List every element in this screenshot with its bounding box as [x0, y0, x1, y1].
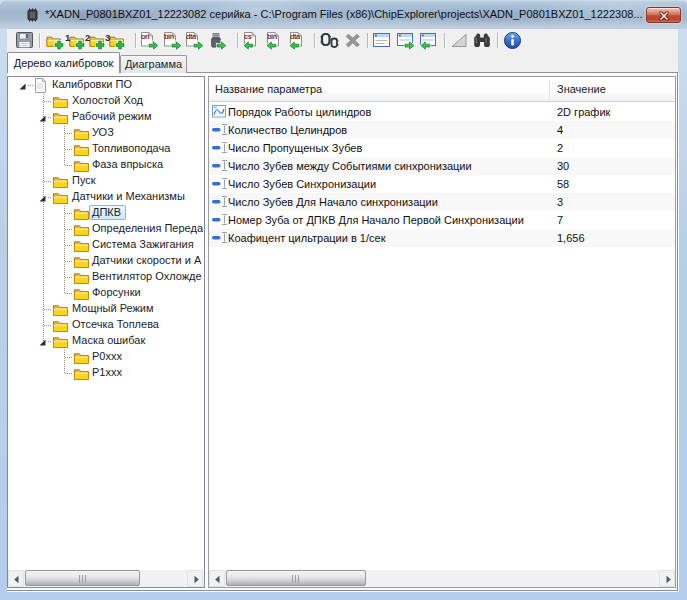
tree-item-3[interactable]: Рабочий режим [8, 109, 203, 125]
tree-item-11[interactable]: Система Зажигания [8, 237, 203, 253]
tree-connector-dots [44, 181, 52, 182]
tree-item-14[interactable]: Форсунки [8, 285, 203, 301]
parameter-value: 58 [557, 178, 569, 190]
tab-diagram[interactable]: Диаграмма [120, 55, 187, 73]
toolbar-add-folder-2-icon[interactable]: 2 [85, 31, 105, 50]
svg-text:2: 2 [85, 32, 90, 43]
svg-text:1: 1 [65, 32, 71, 43]
parameter-value: 4 [557, 124, 563, 136]
toolbar-export-usb-icon[interactable] [208, 31, 228, 50]
grid-row-4[interactable]: Число Зубев между Событиями синхронизаци… [209, 157, 675, 175]
tree-item-16[interactable]: Отсечка Топлева [8, 317, 203, 333]
column-header-value[interactable]: Значение [557, 83, 606, 95]
tree-connector-dots [65, 261, 73, 262]
parameter-value: 3 [557, 196, 563, 208]
titlebar[interactable]: *XADN_P0801BXZ01_12223082 серийка - C:\P… [0, 0, 687, 29]
tree-expander-icon[interactable] [19, 81, 27, 93]
toolbar-grid-import-icon[interactable] [419, 31, 439, 50]
tree-connector-dots [65, 229, 73, 230]
tree-item-label: Форсунки [92, 286, 141, 298]
folder-icon [74, 255, 89, 270]
tree-item-label: Система Зажигания [92, 238, 194, 250]
toolbar-add-folder-1-icon[interactable]: 1 [65, 31, 85, 50]
toolbar-separator [314, 33, 315, 48]
tree-item-17[interactable]: Маска ошибак [8, 333, 203, 349]
toolbar-import-dta-icon[interactable]: dta [288, 31, 308, 50]
toolbar-info-icon[interactable] [503, 31, 523, 50]
tree-item-label: Отсечка Топлева [72, 318, 159, 330]
parameter-value: 30 [557, 160, 569, 172]
grid-row-5[interactable]: Число Зубев Синхронизации58 [209, 175, 675, 193]
tree-item-7[interactable]: Пуск [8, 173, 203, 189]
toolbar-grid-export-icon[interactable] [396, 31, 416, 50]
scroll-thumb-grip [79, 575, 87, 583]
toolbar-add-folder-icon[interactable] [44, 31, 64, 50]
tree-connector-dots [65, 277, 73, 278]
tree-item-2[interactable]: Холостой Ход [8, 93, 203, 109]
scroll-left-button[interactable] [8, 570, 24, 587]
scroll-thumb[interactable] [25, 570, 140, 586]
toolbar-mirror-disabled-icon[interactable] [343, 31, 363, 50]
tree-item-5[interactable]: Топливоподача [8, 141, 203, 157]
tree-expander-icon[interactable] [39, 113, 47, 125]
tree-item-8[interactable]: Датчики и Механизмы [8, 189, 203, 205]
grid-row-8[interactable]: Коафицент цильтрации в 1/сек1,656 [209, 229, 675, 247]
svg-text:bin: bin [164, 32, 175, 41]
grid-h-scrollbar[interactable] [209, 570, 675, 587]
scroll-right-button[interactable] [187, 570, 203, 587]
tree-item-18[interactable]: P0xxx [8, 349, 203, 365]
folder-icon [74, 287, 89, 302]
tab-calibration-tree[interactable]: Дерево калибровок [7, 52, 120, 73]
parameter-name: Порядок Работы цилиндров [228, 106, 371, 118]
toolbar-measure-disabled-icon[interactable] [449, 31, 469, 50]
column-header-name[interactable]: Название параметра [215, 83, 322, 95]
folder-icon [74, 159, 89, 174]
toolbar-save-icon[interactable] [15, 31, 35, 50]
toolbar-add-folder-3-icon[interactable]: 3 [105, 31, 125, 50]
toolbar-export-ori-icon[interactable]: ori [140, 31, 160, 50]
scroll-thumb[interactable] [226, 570, 366, 586]
toolbar-export-bin-icon[interactable]: bin [163, 31, 183, 50]
tab-page: Калибровки ПОХолостой ХодРабочий режимУО… [7, 72, 678, 591]
toolbar-import-cs-icon[interactable]: cs [242, 31, 262, 50]
grid-row-6[interactable]: Число Зубев Для Начало синхронизации3 [209, 193, 675, 211]
column-divider[interactable] [549, 80, 550, 99]
toolbar-import-bin-icon[interactable]: bin [265, 31, 285, 50]
tree-item-9[interactable]: ДПКВ [8, 205, 203, 221]
toolbar-export-dta-icon[interactable]: dta [185, 31, 205, 50]
tree-expander-icon[interactable] [39, 193, 47, 205]
scroll-right-button[interactable] [659, 570, 675, 587]
tree-item-12[interactable]: Датчики скорости и А [8, 253, 203, 269]
tree-item-label: Датчики и Механизмы [72, 190, 185, 202]
tree-item-label: Топливоподача [92, 142, 170, 154]
folder-icon [74, 367, 89, 382]
tree-expander-icon[interactable] [39, 337, 47, 349]
tree-connector-dots [65, 165, 73, 166]
toolbar-grid-view-icon[interactable] [372, 31, 392, 50]
tree-item-15[interactable]: Мощный Режим [8, 301, 203, 317]
grid-row-7[interactable]: Номер Зуба от ДПКВ Для Начало Первой Син… [209, 211, 675, 229]
tree-item-label: ДПКВ [92, 206, 121, 218]
client-area: 123oribindtacsbindta Дерево калибровок Д… [7, 29, 678, 592]
tree-item-13[interactable]: Вентилятор Охложде [8, 269, 203, 285]
grid-row-2[interactable]: Количество Целиндров4 [209, 121, 675, 139]
tree-item-4[interactable]: УОЗ [8, 125, 203, 141]
parameter-value: 1,656 [557, 232, 585, 244]
close-button[interactable] [646, 7, 681, 23]
scroll-left-button[interactable] [209, 570, 225, 587]
toolbar-search-icon[interactable] [472, 31, 492, 50]
tree-connector-dots [28, 85, 33, 86]
tree-connector-dots [48, 341, 52, 342]
tree-item-1[interactable]: Калибровки ПО [8, 77, 203, 93]
tree-item-19[interactable]: P1xxx [8, 365, 203, 381]
tree: Калибровки ПОХолостой ХодРабочий режимУО… [8, 77, 203, 574]
toolbar-binary-compare-icon[interactable] [319, 31, 339, 50]
tree-item-10[interactable]: Определения Переда [8, 221, 203, 237]
tree-item-6[interactable]: Фаза впрыска [8, 157, 203, 173]
grid-row-3[interactable]: Число Пропущеных Зубев2 [209, 139, 675, 157]
grid-row-1[interactable]: Порядок Работы цилиндров2D график [209, 103, 675, 121]
tree-h-scrollbar[interactable] [8, 570, 204, 587]
tree-connector-dots [65, 245, 73, 246]
folder-icon [74, 143, 89, 158]
parameter-name: Число Зубев между Событиями синхронизаци… [228, 160, 472, 172]
